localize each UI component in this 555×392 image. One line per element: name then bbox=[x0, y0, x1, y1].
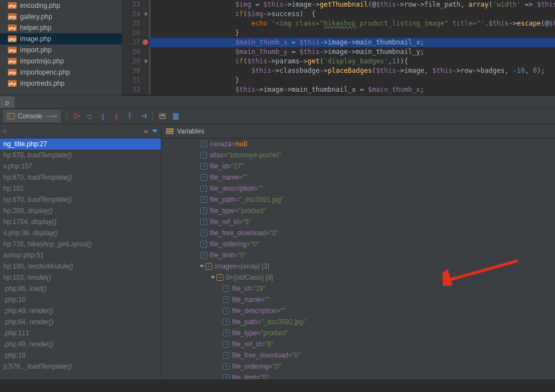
stack-frame[interactable]: hp:1754, display() bbox=[0, 216, 161, 227]
code-line[interactable]: $this->classbadge->placeBadges($this->im… bbox=[149, 66, 555, 76]
frame-next-icon[interactable] bbox=[152, 130, 158, 133]
stack-frame[interactable]: ıl.php:38, display() bbox=[0, 227, 161, 239]
code-editor[interactable]: 23242526272829303132 $img = $this->image… bbox=[122, 0, 555, 96]
stack-frame[interactable]: .php:19 bbox=[0, 350, 161, 361]
variable-row[interactable]: ffile_free_download = "0" bbox=[161, 350, 555, 361]
php-file-icon: php bbox=[8, 36, 17, 42]
variable-row[interactable]: ffile_ordering = "0" bbox=[161, 239, 555, 250]
field-icon: f bbox=[200, 252, 207, 259]
code-line[interactable]: $img = $this->image->getThumbnail(@$this… bbox=[149, 0, 555, 9]
editor-tab[interactable]: p bbox=[0, 96, 14, 108]
expand-toggle-icon[interactable] bbox=[211, 276, 215, 279]
stack-frame[interactable]: .php:64, render() bbox=[0, 316, 161, 328]
file-item[interactable]: phpimport.php bbox=[0, 44, 122, 56]
file-item[interactable]: phpgallery.php bbox=[0, 11, 122, 22]
step-over-icon[interactable] bbox=[86, 112, 94, 120]
stack-frame[interactable]: .php:86, load() bbox=[0, 283, 161, 294]
variable-row[interactable]: ffile_ref_id = "6" bbox=[161, 216, 555, 227]
code-line[interactable]: echo '<img class="hikashop_product_listi… bbox=[149, 19, 555, 28]
file-item[interactable]: phpimportmijo.php bbox=[0, 56, 122, 67]
fold-icon[interactable] bbox=[145, 59, 148, 63]
bottom-tab-bar: p bbox=[0, 96, 555, 108]
file-item[interactable]: phpimportreds.php bbox=[0, 78, 122, 89]
svg-point-2 bbox=[102, 118, 104, 120]
frame-function: display() bbox=[31, 218, 56, 226]
code-line[interactable]: } bbox=[149, 76, 555, 85]
frame-prev-icon[interactable] bbox=[143, 130, 149, 133]
stack-frame[interactable]: p:578, _loadTemplate() bbox=[0, 361, 161, 372]
frame-location: .php:19 bbox=[3, 351, 26, 359]
stack-frame[interactable]: ng_title.php:27 bbox=[0, 138, 161, 150]
php-file-icon: php bbox=[8, 2, 17, 9]
file-label: import.php bbox=[20, 46, 52, 54]
stack-frame[interactable]: v.php:157 bbox=[0, 161, 161, 172]
force-step-into-icon[interactable] bbox=[112, 112, 120, 120]
stack-frame[interactable]: .php:49, render() bbox=[0, 339, 161, 350]
variable-row[interactable]: ffile_id = "28" bbox=[161, 283, 555, 294]
stack-frame[interactable]: hp:735, hikashop_getLayout() bbox=[0, 239, 161, 250]
stack-frame[interactable]: hp:670, loadTemplate() bbox=[0, 150, 161, 161]
frame-function: render() bbox=[27, 274, 51, 281]
step-out-icon[interactable] bbox=[126, 112, 134, 120]
code-line[interactable]: $main_thumb_x = $this->image->main_thumb… bbox=[149, 38, 555, 47]
file-item[interactable]: phpimage.php bbox=[0, 33, 122, 44]
breakpoint-icon[interactable] bbox=[143, 39, 148, 45]
code-line[interactable]: if($this->params->get('display_badges',1… bbox=[149, 57, 555, 66]
stack-frame[interactable]: hp:670, loadTemplate() bbox=[0, 194, 161, 205]
variable-row[interactable]: ≡0 = {stdClass} [9] bbox=[161, 272, 555, 283]
code-line[interactable]: if($img->success) { bbox=[149, 9, 555, 19]
variables-tree[interactable]: fcenaza = nullfalias = "zdorovye-pochki"… bbox=[161, 138, 555, 379]
variable-row[interactable]: ffile_name = "" bbox=[161, 172, 555, 183]
variable-row[interactable]: fcenaza = null bbox=[161, 138, 555, 150]
variable-row[interactable]: ≡images = {array} [3] bbox=[161, 261, 555, 272]
stack-frame[interactable]: .php:111 bbox=[0, 328, 161, 339]
variable-row[interactable]: ffile_limit = "0" bbox=[161, 250, 555, 261]
variable-row[interactable]: ffile_type = "product" bbox=[161, 328, 555, 339]
stack-frame[interactable]: ashop.php:51 bbox=[0, 250, 161, 261]
file-item[interactable]: phpimportopenc.php bbox=[0, 67, 122, 78]
stack-frame[interactable]: .php:49, render() bbox=[0, 305, 161, 316]
php-file-icon: php bbox=[8, 80, 17, 87]
frame-location: .php:49, bbox=[3, 307, 30, 315]
frames-collapse-icon[interactable]: →| bbox=[0, 128, 5, 134]
variable-row[interactable]: ffile_free_download = "0" bbox=[161, 227, 555, 239]
file-item[interactable]: phphelper.php bbox=[0, 22, 122, 33]
variable-row[interactable]: falias = "zdorovye-pochki" bbox=[161, 150, 555, 161]
frame-function: display() bbox=[33, 229, 58, 237]
step-into-icon[interactable] bbox=[99, 112, 107, 120]
variable-name: file_description bbox=[232, 305, 277, 316]
stack-frame[interactable]: hp:192 bbox=[0, 183, 161, 194]
evaluate-icon[interactable] bbox=[159, 112, 166, 120]
variable-row[interactable]: ffile_path = "_dsc3592.jpg" bbox=[161, 316, 555, 328]
file-item[interactable]: phpencoding.php bbox=[0, 0, 122, 11]
svg-rect-9 bbox=[173, 116, 179, 117]
fold-icon[interactable] bbox=[145, 12, 148, 16]
variable-row[interactable]: ffile_ref_id = "6" bbox=[161, 339, 555, 350]
frame-location: hp:735, bbox=[3, 240, 27, 248]
code-line[interactable]: $main_thumb_y = $this->image->main_thumb… bbox=[149, 47, 555, 57]
variable-row[interactable]: ffile_id = "27" bbox=[161, 161, 555, 172]
code-line[interactable]: $this->image->main_thumbnail_x = $main_t… bbox=[149, 85, 555, 95]
stack-frame[interactable]: .php:10 bbox=[0, 294, 161, 305]
show-exec-icon[interactable] bbox=[72, 112, 80, 120]
stack-frame[interactable]: hp:209, display() bbox=[0, 205, 161, 216]
variable-value: "6" bbox=[265, 339, 273, 350]
run-to-cursor-icon[interactable] bbox=[139, 112, 147, 120]
variable-row[interactable]: ffile_description = "" bbox=[161, 183, 555, 194]
variable-row[interactable]: ffile_type = "product" bbox=[161, 205, 555, 216]
console-button[interactable]: Console ⟶• bbox=[3, 110, 61, 122]
variable-row[interactable]: ffile_name = "" bbox=[161, 294, 555, 305]
frame-function: render() bbox=[30, 318, 53, 326]
variable-row[interactable]: ffile_limit = "0" bbox=[161, 372, 555, 379]
expand-toggle-icon[interactable] bbox=[200, 265, 204, 268]
stack-icon[interactable] bbox=[172, 112, 180, 120]
frames-list[interactable]: ng_title.php:27hp:670, loadTemplate()v.p… bbox=[0, 138, 161, 379]
variable-row[interactable]: ffile_ordering = "0" bbox=[161, 361, 555, 372]
variable-row[interactable]: ffile_path = "_dsc3591.jpg" bbox=[161, 194, 555, 205]
variable-row[interactable]: ffile_description = "" bbox=[161, 305, 555, 316]
stack-frame[interactable]: hp:103, render() bbox=[0, 272, 161, 283]
stack-frame[interactable]: hp:670, loadTemplate() bbox=[0, 172, 161, 183]
frame-function: loadTemplate() bbox=[27, 173, 72, 181]
code-line[interactable]: } bbox=[149, 28, 555, 38]
stack-frame[interactable]: hp:190, renderModule() bbox=[0, 261, 161, 272]
